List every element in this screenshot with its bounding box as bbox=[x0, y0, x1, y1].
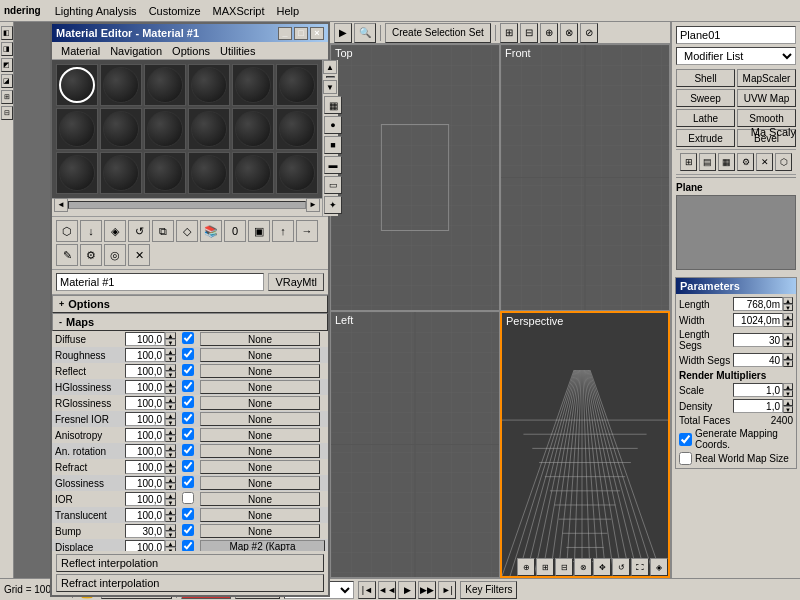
map-spin-down-6[interactable]: ▼ bbox=[165, 435, 176, 442]
map-button-12[interactable]: None bbox=[200, 524, 320, 538]
menu-material[interactable]: Material bbox=[56, 44, 105, 58]
left-tool-5[interactable]: ⊞ bbox=[1, 90, 13, 104]
map-spin-down-11[interactable]: ▼ bbox=[165, 515, 176, 522]
plane-icon[interactable]: ▭ bbox=[324, 176, 342, 194]
map-spin-down-2[interactable]: ▼ bbox=[165, 371, 176, 378]
sphere-cell-18[interactable] bbox=[276, 152, 318, 194]
sphere-cell-14[interactable] bbox=[100, 152, 142, 194]
go-to-parent-btn[interactable]: ↑ bbox=[272, 220, 294, 242]
length-input[interactable] bbox=[733, 297, 783, 311]
material-effect-channel-btn[interactable]: 0 bbox=[224, 220, 246, 242]
map-checkbox-5[interactable] bbox=[182, 412, 194, 424]
sphere-cell-13[interactable] bbox=[56, 152, 98, 194]
map-checkbox-4[interactable] bbox=[182, 396, 194, 408]
vp-nav-fov[interactable]: ◈ bbox=[650, 558, 668, 576]
delete-btn[interactable]: ✕ bbox=[128, 244, 150, 266]
map-value-input-6[interactable] bbox=[125, 428, 165, 442]
map-spin-up-9[interactable]: ▲ bbox=[165, 476, 176, 483]
pick-material-btn[interactable]: ✎ bbox=[56, 244, 78, 266]
minimize-button[interactable]: _ bbox=[278, 27, 292, 40]
menu-utilities[interactable]: Utilities bbox=[215, 44, 260, 58]
options-header[interactable]: + Options bbox=[52, 295, 328, 313]
map-spin-down-3[interactable]: ▼ bbox=[165, 387, 176, 394]
map-spin-up-3[interactable]: ▲ bbox=[165, 380, 176, 387]
map-spin-up-7[interactable]: ▲ bbox=[165, 444, 176, 451]
maps-header[interactable]: - Maps bbox=[52, 313, 328, 331]
vp-nav-zoom-ext[interactable]: ⊟ bbox=[555, 558, 573, 576]
map-value-input-4[interactable] bbox=[125, 396, 165, 410]
width-spin-up[interactable]: ▲ bbox=[783, 313, 793, 320]
sphere-cell-3[interactable] bbox=[144, 64, 186, 106]
density-input[interactable] bbox=[733, 399, 783, 413]
map-spin-down-4[interactable]: ▼ bbox=[165, 403, 176, 410]
sphere-cell-15[interactable] bbox=[144, 152, 186, 194]
next-frame-btn[interactable]: ►| bbox=[438, 581, 456, 599]
width-segs-spin-down[interactable]: ▼ bbox=[783, 360, 793, 367]
map-checkbox-2[interactable] bbox=[182, 364, 194, 376]
map-spin-down-5[interactable]: ▼ bbox=[165, 419, 176, 426]
map-checkbox-12[interactable] bbox=[182, 524, 194, 536]
vp-nav-zoom-all[interactable]: ⊞ bbox=[536, 558, 554, 576]
go-forward-btn[interactable]: → bbox=[296, 220, 318, 242]
cylinder-icon[interactable]: ▬ bbox=[324, 156, 342, 174]
left-tool-4[interactable]: ◪ bbox=[1, 74, 13, 88]
menu-help[interactable]: Help bbox=[271, 3, 306, 19]
show-end-result-btn[interactable]: ▣ bbox=[248, 220, 270, 242]
scale-spin-down[interactable]: ▼ bbox=[783, 390, 793, 397]
sphere-cell-7[interactable] bbox=[56, 108, 98, 150]
hscroll-track[interactable] bbox=[68, 201, 306, 209]
map-checkbox-7[interactable] bbox=[182, 444, 194, 456]
sphere-cell-2[interactable] bbox=[100, 64, 142, 106]
map-spin-up-1[interactable]: ▲ bbox=[165, 348, 176, 355]
map-spin-down-0[interactable]: ▼ bbox=[165, 339, 176, 346]
map-value-input-12[interactable] bbox=[125, 524, 165, 538]
vscroll-track[interactable] bbox=[326, 76, 335, 78]
map-checkbox-10[interactable] bbox=[182, 492, 194, 504]
map-spin-up-13[interactable]: ▲ bbox=[165, 540, 176, 547]
density-spin-up[interactable]: ▲ bbox=[783, 399, 793, 406]
map-button-4[interactable]: None bbox=[200, 396, 320, 410]
scroll-down-arrow[interactable]: ▼ bbox=[323, 80, 337, 94]
smooth-btn[interactable]: Smooth bbox=[737, 109, 796, 127]
map-spin-up-4[interactable]: ▲ bbox=[165, 396, 176, 403]
map-spin-down-1[interactable]: ▼ bbox=[165, 355, 176, 362]
map-spin-down-9[interactable]: ▼ bbox=[165, 483, 176, 490]
map-value-input-2[interactable] bbox=[125, 364, 165, 378]
map-value-input-8[interactable] bbox=[125, 460, 165, 474]
nav-btn-1[interactable]: ⊞ bbox=[500, 23, 518, 43]
width-input[interactable] bbox=[733, 313, 783, 327]
sphere-cell-12[interactable] bbox=[276, 108, 318, 150]
density-spin-down[interactable]: ▼ bbox=[783, 406, 793, 413]
map-value-input-1[interactable] bbox=[125, 348, 165, 362]
put-to-library-btn[interactable]: 📚 bbox=[200, 220, 222, 242]
map-spin-up-12[interactable]: ▲ bbox=[165, 524, 176, 531]
map-spin-down-12[interactable]: ▼ bbox=[165, 531, 176, 538]
left-tool-1[interactable]: ◧ bbox=[1, 26, 13, 40]
sphere-cell-10[interactable] bbox=[188, 108, 230, 150]
play-btn-anim[interactable]: ▶ bbox=[398, 581, 416, 599]
menu-lighting[interactable]: Lighting Analysis bbox=[49, 3, 143, 19]
reflect-interp-button[interactable]: Reflect interpolation bbox=[56, 554, 324, 572]
sphere-cell-8[interactable] bbox=[100, 108, 142, 150]
vp-nav-maximize[interactable]: ⛶ bbox=[631, 558, 649, 576]
maximize-button[interactable]: □ bbox=[294, 27, 308, 40]
length-segs-input[interactable] bbox=[733, 333, 783, 347]
map-button-10[interactable]: None bbox=[200, 492, 320, 506]
nav-btn-3[interactable]: ⊕ bbox=[540, 23, 558, 43]
map-checkbox-0[interactable] bbox=[182, 332, 194, 344]
left-tool-3[interactable]: ◩ bbox=[1, 58, 13, 72]
map-button-11[interactable]: None bbox=[200, 508, 320, 522]
map-value-input-5[interactable] bbox=[125, 412, 165, 426]
map-value-input-0[interactable] bbox=[125, 332, 165, 346]
length-spin-up[interactable]: ▲ bbox=[783, 297, 793, 304]
nav-btn-5[interactable]: ⊘ bbox=[580, 23, 598, 43]
rt-btn-2[interactable]: ▤ bbox=[699, 153, 716, 171]
map-spin-up-11[interactable]: ▲ bbox=[165, 508, 176, 515]
scale-input[interactable] bbox=[733, 383, 783, 397]
map-value-input-3[interactable] bbox=[125, 380, 165, 394]
next-key-btn[interactable]: ▶▶ bbox=[418, 581, 436, 599]
select-by-material-btn[interactable]: ◎ bbox=[104, 244, 126, 266]
refract-interp-button[interactable]: Refract interpolation bbox=[56, 574, 324, 592]
assign-material-btn[interactable]: ◈ bbox=[104, 220, 126, 242]
length-spin-down[interactable]: ▼ bbox=[783, 304, 793, 311]
